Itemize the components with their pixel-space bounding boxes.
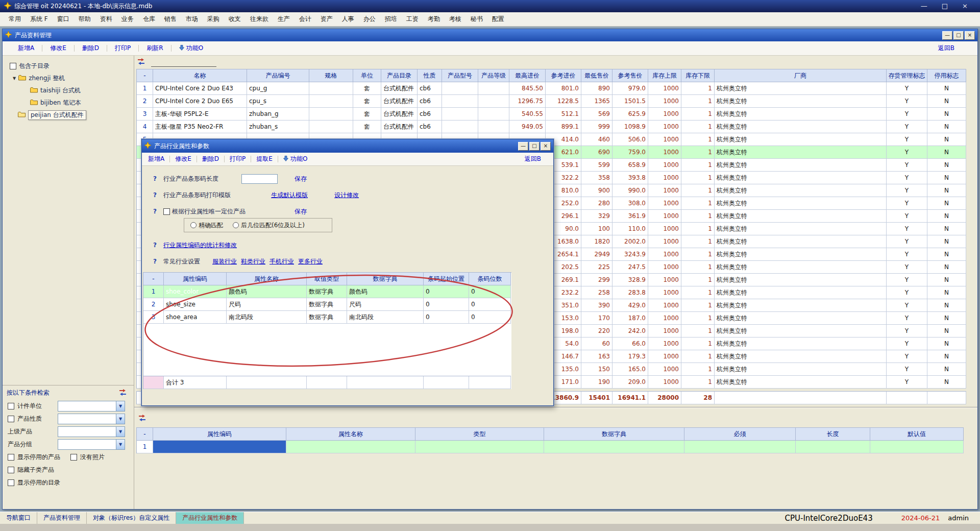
table-cell[interactable]: Y xyxy=(887,325,927,337)
table-cell[interactable]: N xyxy=(927,235,966,248)
tree-node-zhengji[interactable]: ▼ zhengji 整机 xyxy=(6,72,134,84)
table-cell[interactable]: N xyxy=(927,261,966,274)
table-cell[interactable]: 66.0 xyxy=(612,337,648,350)
table-cell[interactable]: 1000 xyxy=(648,350,681,363)
table-cell[interactable]: 759.0 xyxy=(612,146,648,159)
table-cell[interactable]: Y xyxy=(887,108,927,120)
table-cell[interactable]: 杭州奥立特 xyxy=(715,248,887,261)
table-cell[interactable]: 台式机配件 xyxy=(381,120,418,133)
table-cell[interactable]: N xyxy=(927,210,966,223)
table-cell[interactable]: Y xyxy=(887,235,927,248)
table-cell[interactable]: 1 xyxy=(681,120,715,133)
table-cell[interactable]: 1000 xyxy=(648,286,681,299)
column-header[interactable]: 产品编号 xyxy=(247,69,309,82)
table-cell[interactable]: 颜色码 xyxy=(347,285,424,298)
table-cell[interactable]: 0 xyxy=(424,311,469,324)
table-cell[interactable]: Y xyxy=(887,95,927,108)
table-cell[interactable]: cb6 xyxy=(418,95,442,108)
table-cell[interactable]: 1365 xyxy=(581,95,612,108)
save-barcode-length-link[interactable]: 保存 xyxy=(295,175,307,183)
table-cell[interactable]: 杭州奥立特 xyxy=(715,337,887,350)
table-cell[interactable]: zhuban_s xyxy=(247,120,309,133)
table-cell[interactable]: 358 xyxy=(581,172,612,184)
exact-match-radio[interactable] xyxy=(190,222,197,228)
table-cell[interactable]: 1000 xyxy=(648,210,681,223)
show-disabled-products-checkbox[interactable] xyxy=(8,454,14,461)
table-cell[interactable]: 杭州奥立特 xyxy=(715,172,887,184)
table-cell[interactable] xyxy=(309,82,353,95)
table-cell[interactable]: 南北码段 xyxy=(347,311,424,324)
menu-item-15[interactable]: 人事 xyxy=(337,15,359,23)
table-cell[interactable]: shoe_size xyxy=(164,298,227,311)
dialog-function-button[interactable]: 功能O xyxy=(283,155,307,163)
table-cell[interactable]: 328.9 xyxy=(612,274,648,286)
table-cell[interactable]: N xyxy=(927,363,966,376)
table-cell[interactable]: 1 xyxy=(681,299,715,312)
menu-item-1[interactable]: 系统 F xyxy=(26,15,53,23)
table-cell[interactable] xyxy=(286,441,415,453)
table-cell[interactable]: 1000 xyxy=(648,376,681,389)
table-cell[interactable]: 0 xyxy=(469,298,511,311)
column-header[interactable]: 单位 xyxy=(353,69,381,82)
menu-item-5[interactable]: 业务 xyxy=(117,15,138,23)
menu-item-14[interactable]: 资产 xyxy=(316,15,337,23)
menu-item-12[interactable]: 生产 xyxy=(273,15,295,23)
table-cell[interactable]: N xyxy=(927,159,966,172)
table-cell[interactable]: 0 xyxy=(424,285,469,298)
column-header[interactable]: 最低售价 xyxy=(581,69,612,82)
table-cell[interactable] xyxy=(153,441,286,453)
table-cell[interactable]: Y xyxy=(887,120,927,133)
column-header[interactable]: 产品型号 xyxy=(442,69,478,82)
table-cell[interactable] xyxy=(309,120,353,133)
column-header[interactable]: 取值类型 xyxy=(307,273,347,285)
unit-checkbox[interactable] xyxy=(8,403,14,409)
table-cell[interactable]: 1 xyxy=(681,108,715,120)
table-cell[interactable]: 1000 xyxy=(648,325,681,337)
table-cell[interactable]: 247.5 xyxy=(612,261,648,274)
table-cell[interactable]: 220 xyxy=(581,325,612,337)
table-cell[interactable]: 1 xyxy=(681,223,715,235)
table-cell[interactable]: 1000 xyxy=(648,274,681,286)
table-cell[interactable]: N xyxy=(927,120,966,133)
table-cell[interactable]: 1 xyxy=(681,350,715,363)
table-cell[interactable]: 1820 xyxy=(581,235,612,248)
menu-item-20[interactable]: 考核 xyxy=(445,15,466,23)
industry-link-clothing[interactable]: 服装行业 xyxy=(212,257,237,266)
table-cell[interactable]: 899.1 xyxy=(546,120,581,133)
dialog-extract-button[interactable]: 提取E xyxy=(256,155,273,163)
industry-link-more[interactable]: 更多行业 xyxy=(298,257,323,266)
table-cell[interactable]: 0 xyxy=(469,311,511,324)
table-cell[interactable]: 1000 xyxy=(648,312,681,325)
panel-restore-button[interactable]: □ xyxy=(953,31,964,40)
table-cell[interactable]: zhuban_g xyxy=(247,108,309,120)
maximize-button[interactable]: □ xyxy=(942,1,948,12)
table-cell[interactable]: 台式机配件 xyxy=(381,108,418,120)
column-header[interactable]: - xyxy=(143,273,164,285)
menu-item-18[interactable]: 工资 xyxy=(402,15,423,23)
table-cell[interactable]: 658.9 xyxy=(612,159,648,172)
table-cell[interactable]: 套 xyxy=(353,95,381,108)
column-header[interactable]: 条码位数 xyxy=(469,273,511,285)
table-cell[interactable]: 杭州奥立特 xyxy=(715,274,887,286)
table-cell[interactable]: 数据字典 xyxy=(307,285,347,298)
table-cell[interactable]: N xyxy=(927,337,966,350)
dialog-print-button[interactable]: 打印P xyxy=(230,155,246,163)
column-header[interactable]: 库存下限 xyxy=(681,69,715,82)
column-header[interactable]: 产品等级 xyxy=(478,69,509,82)
table-cell[interactable]: 杭州奥立特 xyxy=(715,376,887,389)
table-cell[interactable]: 990.0 xyxy=(612,184,648,197)
table-cell[interactable]: 187.0 xyxy=(612,312,648,325)
table-cell[interactable]: 1 xyxy=(681,95,715,108)
attr-row[interactable]: 3shoe_area南北码段数据字典南北码段00 xyxy=(143,311,511,324)
table-cell[interactable]: 0 xyxy=(469,285,511,298)
table-cell[interactable]: N xyxy=(927,172,966,184)
table-cell[interactable]: N xyxy=(927,82,966,95)
table-cell[interactable]: 套 xyxy=(353,108,381,120)
table-cell[interactable]: 1 xyxy=(681,82,715,95)
table-cell[interactable]: 1000 xyxy=(648,133,681,146)
table-cell[interactable]: 3243.9 xyxy=(612,248,648,261)
table-cell[interactable]: 杭州奥立特 xyxy=(715,210,887,223)
table-cell[interactable]: 1000 xyxy=(648,82,681,95)
dialog-edit-button[interactable]: 修改E xyxy=(175,155,191,163)
dialog-delete-button[interactable]: 删除D xyxy=(202,155,219,163)
